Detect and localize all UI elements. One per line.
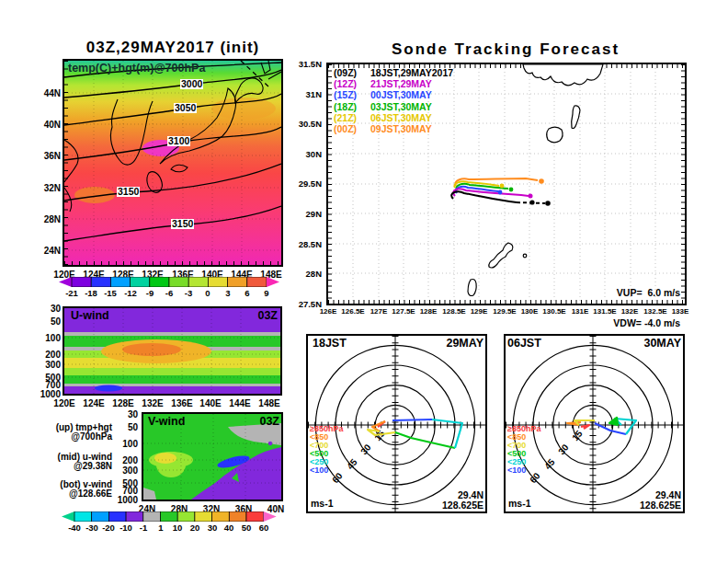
lat-tick: 28N (290, 269, 322, 279)
vwind-label: V-wind (148, 415, 185, 428)
lon-tick: 129.5E (493, 307, 516, 316)
colorbar-tick: 20 (190, 523, 200, 533)
colorbar-tick: -12 (124, 288, 137, 298)
colorbar-tick: -9 (146, 288, 154, 298)
lon-tick: 120E (53, 398, 74, 408)
contour-label: 3150 (171, 219, 194, 229)
contour-label: 3050 (174, 103, 197, 113)
pressure-tick: 300 (33, 360, 61, 370)
lon-tick: 129E (471, 307, 488, 316)
colorbar-tick: -6 (165, 288, 173, 298)
colorbar-tick: 6 (245, 288, 249, 298)
lat-tick: 27.5N (290, 299, 322, 309)
temperature-colorbar (59, 277, 279, 287)
pressure-tick: 300 (110, 465, 138, 476)
ring-label: 45 (345, 456, 359, 471)
lon-tick: 130.5E (542, 307, 565, 316)
pressure-tick: 30 (110, 409, 138, 419)
forecast-sheet: 03Z,29MAY2017 (init) (0, 0, 728, 563)
hodo-location: 29.4N 128.625E (410, 490, 483, 511)
lon-tick: 148E (258, 398, 279, 408)
note-mid: (mid) u-wind @29.38N (17, 453, 112, 470)
pressure-tick: 30 (33, 304, 61, 314)
lat-tick: 24N (33, 246, 61, 256)
lon-tick: 131E (572, 307, 589, 316)
lat-tick: 32N (33, 183, 61, 193)
ring-label: 60 (330, 470, 345, 485)
colorbar-tick: 1 (158, 523, 163, 533)
temp-hgt-map (64, 61, 281, 265)
legend-row: (21Z)06JST,30MAY (334, 112, 453, 123)
pressure-tick: 50 (110, 422, 138, 432)
colorbar-tick: -18 (85, 288, 97, 298)
colorbar-tick: 30 (208, 523, 218, 533)
lon-tick: 124E (83, 398, 104, 408)
colorbar-tick: -10 (119, 523, 132, 533)
hodo-time: 06JST (507, 337, 541, 350)
hodo-unit: ms-1 (311, 498, 334, 509)
vwind-time-label: 03Z (245, 415, 279, 428)
hodo-location: 29.4N 128.625E (608, 490, 681, 511)
vup-value: VUP= 6.0 m/s (542, 288, 680, 298)
hodo-unit: ms-1 (508, 498, 531, 509)
colorbar-tick: -20 (102, 523, 115, 533)
lon-tick: 131.5E (593, 307, 616, 316)
ring-label: 45 (542, 456, 557, 471)
sonde-title: Sonde Tracking Forecast (326, 40, 685, 59)
uwind-time-label: 03Z (241, 309, 278, 322)
lon-tick: 133E (672, 307, 689, 316)
lat-tick: 40N (33, 120, 61, 130)
lon-tick: 132.5E (643, 307, 666, 316)
legend-row: (12Z)21JST,29MAY (334, 78, 453, 89)
pressure-tick: 50 (33, 316, 61, 327)
colorbar-tick: -3 (185, 288, 192, 298)
hodo-date: 30MAY (608, 337, 681, 350)
colorbar-tick: 9 (264, 288, 268, 298)
lon-tick: 136E (171, 398, 192, 408)
ring-labels: 15 30 45 60 (330, 428, 387, 485)
lon-tick: 128.5E (442, 307, 465, 316)
field-label: temp(C)+hgt(m)@700hPa (68, 62, 205, 75)
lon-tick: 130E (521, 307, 539, 316)
legend-row: (00Z)09JST,30MAY (334, 123, 453, 134)
ring-labels: 15 30 45 60 (528, 428, 585, 485)
sonde-legend: (09Z)18JST,29MAY2017 (12Z)21JST,29MAY (1… (334, 67, 453, 134)
colorbar-tick: -15 (104, 288, 117, 298)
lat-tick: 30.5N (290, 119, 322, 129)
lat-tick: 36N (33, 151, 61, 161)
pressure-tick: 1000 (33, 389, 61, 399)
lon-tick: 128E (112, 398, 133, 408)
colorbar-tick: 0 (205, 288, 210, 298)
pressure-tick: 1000 (110, 495, 138, 505)
lon-tick: 126E (320, 307, 337, 316)
legend-row: (09Z)18JST,29MAY2017 (334, 67, 453, 78)
hodo-date: 29MAY (410, 337, 483, 350)
lon-tick: 128E (420, 307, 438, 316)
uwind-label: U-wind (71, 309, 109, 322)
lat-tick: 28.5N (290, 239, 322, 249)
lat-tick: 44N (33, 88, 61, 98)
note-bot: (bot) v-wind @128.66E (17, 480, 112, 498)
lon-tick: 127E (370, 307, 388, 316)
colorbar-tick: -1 (140, 523, 147, 533)
lat-tick: 31.5N (290, 59, 322, 69)
colorbar-tick: -40 (68, 523, 81, 533)
contour-label: 3100 (167, 136, 190, 146)
colorbar-tick: 3 (225, 288, 230, 298)
init-panel-title: 03Z,29MAY2017 (init) (63, 39, 283, 57)
pressure-tick: 100 (110, 439, 138, 449)
note-up: (up) tmp+hgt @700hPa (17, 423, 112, 441)
wind-colorbar (62, 511, 277, 522)
lon-tick: 132E (621, 307, 639, 316)
colorbar-tick: 10 (173, 523, 183, 533)
legend-row: (15Z)00JST,30MAY (334, 89, 453, 100)
vdw-value: VDW= -4.0 m/s (542, 318, 680, 328)
lon-tick: 140E (199, 398, 221, 408)
hodo-time: 18JST (313, 337, 347, 350)
lon-tick: 132E (142, 398, 163, 408)
legend-row: (18Z)03JST,30MAY (334, 101, 453, 112)
ring-label: 15 (570, 428, 585, 442)
lat-tick: 28N (33, 214, 61, 224)
colorbar-tick: 50 (242, 523, 252, 533)
colorbar-tick: -30 (85, 523, 98, 533)
